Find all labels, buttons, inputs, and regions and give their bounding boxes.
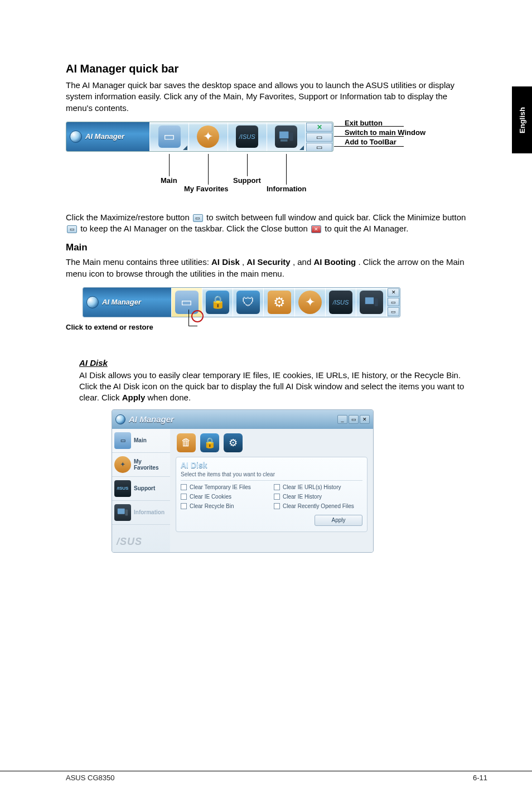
ai-manager-window: AI Manager _ ▭ ✕ ▭ Main (112, 409, 374, 553)
caption-text: Click to extend or restore (66, 323, 153, 331)
check-ie-history[interactable]: Clear IE History (274, 494, 362, 500)
security-icon: 🛡 (236, 291, 260, 314)
bold-ai-security: AI Security (246, 257, 290, 267)
quickbar-slot-favorites[interactable]: ✦ (188, 122, 228, 151)
utility-icons: 🗑 🔒 ⚙ (176, 432, 367, 457)
text: The Main menu contains three utilities: (66, 257, 211, 267)
support-icon: /ISUS (236, 125, 258, 148)
checkbox-icon (181, 494, 187, 500)
bold-ai-disk: AI Disk (211, 257, 240, 267)
sidebar-item-favorites[interactable]: ✦ My Favorites (112, 453, 170, 477)
ai-disk-panel: AI Disk Select the items that you want t… (176, 457, 367, 532)
exp-slot-support[interactable]: /ISUS (325, 288, 356, 317)
minimize-button-icon[interactable]: ▭ (388, 307, 399, 316)
label-information: Information (267, 185, 307, 193)
window-controls: _ ▭ ✕ (337, 415, 370, 424)
quickbar-strip: AI Manager ▭ ✦ /ISUS ✕ ▭ ▭ (66, 122, 333, 152)
eye-icon (115, 414, 125, 424)
checkbox-grid: Clear Temporary IE Files Clear IE URL(s)… (181, 484, 362, 509)
svg-rect-5 (118, 508, 125, 514)
expanded-brand-text: AI Manager (102, 298, 141, 306)
exp-slot-aiboot[interactable]: ⚙ (263, 288, 294, 317)
restore-button-icon[interactable]: ▭ (306, 133, 332, 142)
text: Click the Maximize/restore button (66, 212, 192, 222)
favorites-icon: ✦ (197, 125, 219, 148)
page-footer: ASUS CG8350 6-11 (0, 771, 532, 782)
minimize-button-icon[interactable]: ▭ (306, 143, 332, 152)
exp-slot-aisec[interactable]: 🔒 (202, 288, 233, 317)
sidebar-label: Information (134, 509, 165, 515)
panel-title: AI Disk (181, 461, 362, 470)
svg-rect-1 (289, 132, 293, 141)
restore-button[interactable]: ▭ (349, 415, 359, 424)
ai-disk-window-figure: AI Manager _ ▭ ✕ ▭ Main (112, 409, 374, 553)
annotation-exit: Exit button (345, 119, 425, 128)
favorites-icon: ✦ (298, 291, 322, 314)
minimize-button[interactable]: _ (337, 415, 347, 424)
exit-button-icon[interactable]: ✕ (388, 288, 399, 297)
sidebar-item-main[interactable]: ▭ Main (112, 429, 170, 453)
ai-security-util-icon[interactable]: 🔒 (200, 433, 219, 452)
check-ie-cookies[interactable]: Clear IE Cookies (181, 494, 269, 500)
exp-slot-aisec2[interactable]: 🛡 (233, 288, 263, 317)
label-favorites: My Favorites (184, 185, 228, 193)
sidebar-item-support[interactable]: /ISUS Support (112, 477, 170, 501)
svg-rect-3 (365, 297, 374, 304)
quickbar-figure: AI Manager ▭ ✦ /ISUS ✕ ▭ ▭ (66, 122, 467, 200)
svg-rect-4 (375, 298, 378, 306)
annotation-switch: Switch to main Window (345, 128, 425, 138)
window-titlebar: AI Manager _ ▭ ✕ (112, 410, 373, 429)
quickbar-icon-paragraph: Click the Maximize/restore button ▭ to s… (66, 212, 467, 235)
text: to quit the AI Manager. (325, 224, 408, 233)
check-label: Clear IE URL(s) History (283, 484, 341, 490)
main-paragraph: The Main menu contains three utilities: … (66, 257, 467, 279)
checkbox-icon (181, 484, 187, 490)
checkbox-icon (274, 494, 280, 500)
quickbar-slot-support[interactable]: /ISUS (228, 122, 267, 151)
sidebar-item-information[interactable]: Information (112, 501, 170, 525)
quickbar-bottom-labels: Main My Favorites Support Information (66, 154, 333, 199)
exit-button-icon[interactable]: ✕ (306, 123, 332, 132)
apply-button[interactable]: Apply (315, 515, 362, 526)
check-recycle-bin[interactable]: Clear Recycle Bin (181, 503, 269, 509)
svg-rect-0 (279, 131, 289, 139)
bold-apply: Apply (122, 393, 146, 402)
check-recent-files[interactable]: Clear Recently Opened Files (274, 503, 362, 509)
footer-left: ASUS CG8350 (66, 771, 114, 782)
quickbar-slot-information[interactable] (267, 122, 306, 151)
window-title-text: AI Manager (129, 414, 174, 424)
check-ie-urls[interactable]: Clear IE URL(s) History (274, 484, 362, 490)
eye-icon (86, 296, 99, 308)
quickbar-brand: AI Manager (66, 122, 149, 151)
quickbar-slot-main[interactable]: ▭ (149, 122, 188, 151)
close-button[interactable]: ✕ (360, 415, 370, 424)
svg-rect-2 (280, 139, 288, 142)
annotation-line (188, 310, 197, 326)
checkbox-icon (274, 503, 280, 509)
restore-button-icon[interactable]: ▭ (388, 298, 399, 306)
text: to keep the AI Manager on the taskbar. C… (80, 224, 310, 233)
quickbar-corner-buttons: ✕ ▭ ▭ (305, 122, 333, 151)
minimize-icon: ▭ (67, 225, 77, 233)
exp-slot-info[interactable] (356, 288, 386, 317)
content-pane: 🗑 🔒 ⚙ AI Disk Select the items that you … (170, 429, 373, 552)
svg-rect-6 (125, 509, 128, 515)
ai-disk-heading: AI Disk (79, 358, 467, 368)
support-icon: /ISUS (329, 291, 352, 314)
annotation-line (286, 154, 287, 185)
text: when done. (148, 393, 191, 402)
label-support: Support (233, 176, 261, 185)
annotation-add: Add to ToolBar (345, 138, 425, 147)
favorites-icon: ✦ (114, 456, 131, 473)
eye-icon (70, 131, 82, 143)
ai-booting-util-icon[interactable]: ⚙ (224, 433, 243, 452)
check-temp-ie-files[interactable]: Clear Temporary IE Files (181, 484, 269, 490)
expanded-bar-figure: AI Manager ▭ 🔒 🛡 ⚙ ✦ /ISUS ✕ ▭ ▭ Click t… (83, 287, 467, 331)
ai-disk-section: AI Disk AI Disk allows you to easily cle… (66, 358, 467, 553)
asus-logo: /SUS (112, 525, 170, 552)
dropdown-arrow-icon (299, 146, 304, 150)
check-label: Clear Temporary IE Files (190, 484, 251, 490)
quickbar-heading: AI Manager quick bar (66, 62, 467, 75)
exp-slot-fav[interactable]: ✦ (294, 288, 325, 317)
ai-disk-util-icon[interactable]: 🗑 (177, 433, 196, 452)
